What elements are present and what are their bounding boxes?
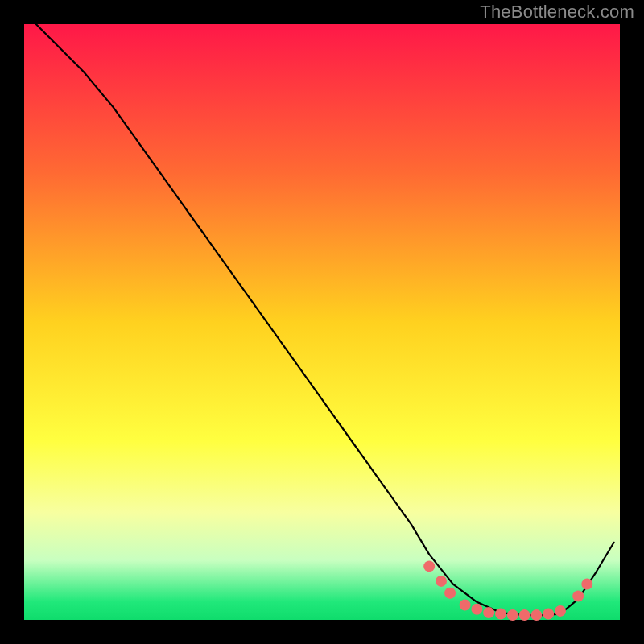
curve-marker [471,604,482,615]
curve-marker [436,576,447,587]
curve-marker [423,560,435,572]
plot-background [24,24,620,620]
watermark-text: TheBottleneck.com [480,2,634,23]
curve-marker [530,609,542,621]
curve-marker [495,609,506,620]
curve-marker [460,600,471,611]
curve-marker [444,588,456,599]
curve-marker [581,579,592,590]
curve-marker [483,607,494,618]
chart-svg [0,0,644,644]
curve-marker [507,609,518,621]
curve-marker [572,590,584,601]
chart-stage: TheBottleneck.com [0,0,644,644]
curve-marker [543,609,554,620]
curve-marker [519,609,530,621]
curve-marker [555,605,566,617]
